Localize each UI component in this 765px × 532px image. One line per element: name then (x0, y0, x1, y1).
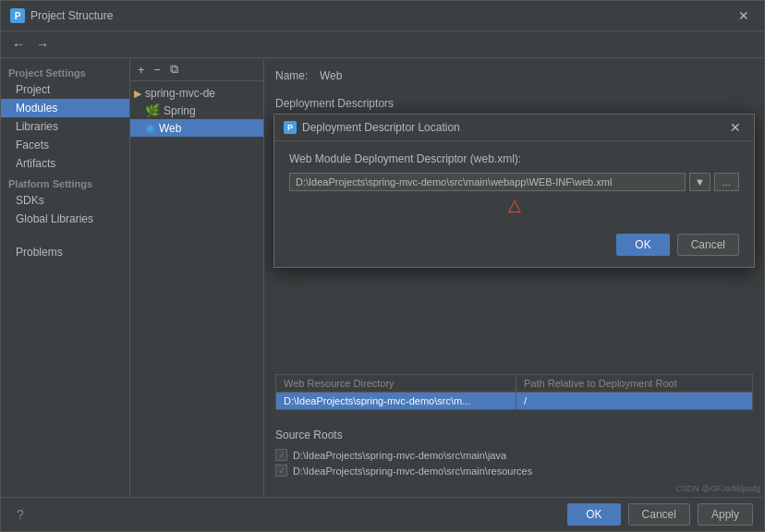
spring-icon: 🌿 (145, 103, 160, 117)
tree-item-label: Web (159, 122, 181, 135)
tree-content: ▶ spring-mvc-de 🌿 Spring ◉ Web (130, 81, 263, 497)
source-path-resources: D:\IdeaProjects\spring-mvc-demo\src\main… (293, 466, 532, 477)
dialog-close-button[interactable]: ✕ (726, 120, 745, 135)
back-button[interactable]: ← (8, 35, 29, 54)
deployment-descriptor-dialog: P Deployment Descriptor Location ✕ Web M… (273, 114, 755, 268)
tree-panel: + − ⧉ ▶ spring-mvc-de 🌿 Spring ◉ W (130, 58, 264, 497)
sidebar-item-modules[interactable]: Modules (1, 99, 129, 117)
source-checkbox-resources[interactable]: ✓ (275, 465, 287, 477)
main-layout: Project Settings Project Modules Librari… (1, 58, 764, 497)
sidebar-item-libraries[interactable]: Libraries (1, 117, 129, 136)
dialog-path-input[interactable] (289, 173, 686, 191)
dialog-icon: P (284, 121, 297, 134)
dialog-title-left: P Deployment Descriptor Location (284, 121, 460, 134)
main-window: P Project Structure ✕ ← → Project Settin… (0, 0, 765, 532)
dialog-body: Web Module Deployment Descriptor (web.xm… (274, 141, 754, 226)
name-row: Name: Web (275, 69, 753, 82)
app-icon: P (10, 8, 25, 23)
close-button[interactable]: ✕ (733, 6, 755, 25)
forward-button[interactable]: → (32, 35, 53, 54)
dialog-cancel-button[interactable]: Cancel (677, 234, 739, 256)
source-checkbox-java[interactable]: ✓ (275, 449, 287, 461)
deployment-descriptors-title: Deployment Descriptors (275, 97, 753, 110)
dialog-buttons: OK Cancel (274, 226, 754, 267)
name-label: Name: (275, 69, 312, 82)
tree-copy-button[interactable]: ⧉ (166, 61, 182, 78)
source-path-java: D:\IdeaProjects\spring-mvc-demo\src\main… (293, 450, 506, 461)
watermark: CSDN @GFJadikljasfg (675, 484, 760, 493)
tree-and-detail: + − ⧉ ▶ spring-mvc-de 🌿 Spring ◉ W (130, 58, 764, 497)
help-button[interactable]: ? (12, 506, 29, 523)
source-roots-title: Source Roots (275, 429, 753, 441)
apply-button[interactable]: Apply (698, 503, 753, 526)
source-item-java: ✓ D:\IdeaProjects\spring-mvc-demo\src\ma… (275, 447, 753, 463)
dialog-label: Web Module Deployment Descriptor (web.xm… (289, 152, 739, 165)
tree-item-label: spring-mvc-de (145, 87, 215, 100)
dialog-input-row: ▼ ... (289, 173, 739, 191)
detail-panel: Name: Web Deployment Descriptors + − ✎ ←… (264, 58, 764, 497)
sidebar-item-artifacts[interactable]: Artifacts (1, 154, 129, 173)
wtd-rel: / (516, 393, 752, 409)
dialog-title-text: Deployment Descriptor Location (302, 121, 460, 134)
tree-item-web[interactable]: ◉ Web (130, 119, 263, 137)
name-value: Web (320, 69, 342, 82)
wth-rel: Path Relative to Deployment Root (516, 375, 752, 392)
web-table-header: Web Resource Directory Path Relative to … (276, 375, 752, 393)
wth-dir: Web Resource Directory (276, 375, 516, 392)
sidebar-item-sdks[interactable]: SDKs (1, 191, 129, 210)
folder-icon: ▶ (134, 88, 141, 100)
tree-item-label: Spring (164, 104, 196, 117)
project-settings-label: Project Settings (1, 62, 129, 80)
sidebar-item-problems[interactable]: Problems (1, 243, 129, 261)
title-bar-left: P Project Structure (10, 8, 113, 23)
source-roots-section: Source Roots ✓ D:\IdeaProjects\spring-mv… (275, 429, 753, 478)
window-title: Project Structure (30, 9, 113, 22)
dialog-title-bar: P Deployment Descriptor Location ✕ (274, 115, 754, 141)
web-icon: ◉ (145, 121, 155, 135)
sidebar-item-project[interactable]: Project (1, 80, 129, 99)
sidebar-item-facets[interactable]: Facets (1, 136, 129, 154)
ok-button[interactable]: OK (567, 503, 620, 526)
tree-item-spring[interactable]: 🌿 Spring (130, 102, 263, 119)
dialog-browse-button[interactable]: ... (714, 173, 739, 191)
dialog-arrow-annotation: △ (289, 195, 739, 215)
source-item-resources: ✓ D:\IdeaProjects\spring-mvc-demo\src\ma… (275, 463, 753, 478)
tree-add-button[interactable]: + (134, 61, 149, 78)
sidebar: Project Settings Project Modules Librari… (1, 58, 130, 497)
title-bar: P Project Structure ✕ (1, 1, 764, 31)
dialog-ok-button[interactable]: OK (616, 234, 669, 256)
sidebar-item-global-libraries[interactable]: Global Libraries (1, 210, 129, 228)
web-table-row[interactable]: D:\IdeaProjects\spring-mvc-demo\src\m...… (276, 393, 752, 409)
platform-settings-label: Platform Settings (1, 173, 129, 191)
bottom-bar: ? OK Cancel Apply (1, 497, 764, 531)
dialog-dropdown-button[interactable]: ▼ (689, 173, 710, 191)
tree-item-spring-mvc[interactable]: ▶ spring-mvc-de (130, 85, 263, 102)
tree-remove-button[interactable]: − (151, 61, 165, 78)
web-resource-table: Web Resource Directory Path Relative to … (275, 374, 753, 410)
bottom-buttons: OK Cancel Apply (567, 503, 753, 526)
cancel-button[interactable]: Cancel (628, 503, 690, 526)
wtd-dir: D:\IdeaProjects\spring-mvc-demo\src\m... (276, 393, 516, 409)
tree-toolbar: + − ⧉ (130, 58, 263, 81)
web-resource-section: Web Resource Directory Path Relative to … (275, 374, 753, 421)
nav-toolbar: ← → (1, 31, 764, 58)
